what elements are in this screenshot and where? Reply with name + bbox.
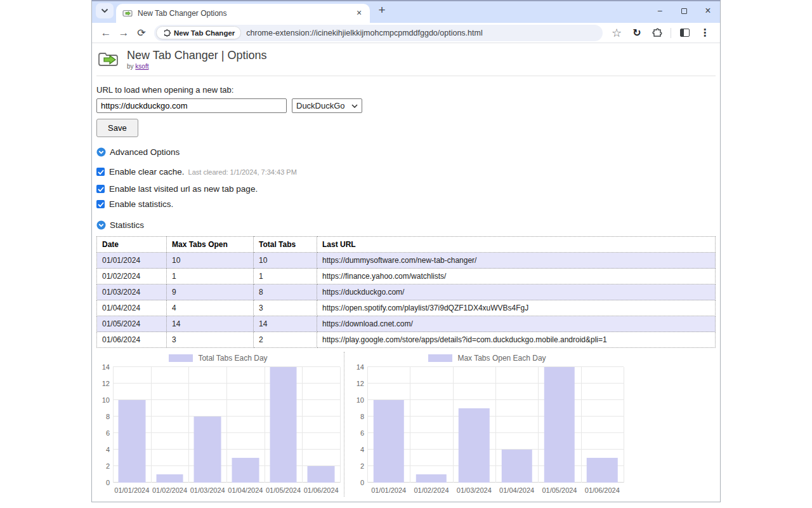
x-tick-label: 01/06/2024	[581, 486, 624, 494]
byline: by ksoft	[127, 63, 266, 70]
y-tick-label: 6	[106, 429, 110, 437]
chart-legend: Max Tabs Open Each Day	[351, 353, 624, 363]
advanced-options-toggle[interactable]: Advanced Options	[96, 147, 716, 157]
gridline	[410, 367, 410, 483]
gridline	[151, 367, 152, 483]
new-tab-button[interactable]: +	[374, 3, 390, 19]
extensions-icon[interactable]	[649, 25, 665, 41]
clear-cache-checkbox[interactable]	[96, 168, 105, 176]
table-cell: 10	[167, 253, 254, 269]
y-tick-label: 12	[102, 380, 110, 387]
x-tick-label: 01/06/2024	[302, 486, 340, 494]
puzzle-icon	[652, 28, 662, 38]
bar	[194, 417, 221, 483]
url-input[interactable]	[96, 98, 287, 113]
preset-select[interactable]: DuckDuckGo	[292, 98, 362, 113]
menu-kebab-icon[interactable]: ⋮	[697, 25, 713, 41]
minimize-button[interactable]: −	[648, 1, 672, 20]
header-divider	[96, 76, 716, 76]
gridline	[453, 367, 454, 483]
y-tick-label: 6	[360, 429, 364, 437]
browser-tab[interactable]: New Tab Changer Options ×	[116, 4, 370, 23]
legend-label: Total Tabs Each Day	[198, 354, 267, 363]
table-cell: 3	[254, 300, 317, 316]
statistics-toggle[interactable]: Statistics	[96, 220, 716, 230]
y-tick-label: 12	[357, 380, 364, 387]
table-row: 01/05/20241414https://download.cnet.com/	[97, 316, 716, 332]
legend-swatch	[428, 354, 452, 362]
y-tick-label: 0	[106, 479, 110, 486]
maximize-button[interactable]	[672, 1, 696, 20]
x-tick-label: 01/01/2024	[367, 486, 410, 494]
statistics-label: Statistics	[110, 220, 144, 230]
legend-label: Max Tabs Open Each Day	[457, 354, 546, 363]
table-cell: 14	[254, 316, 317, 332]
bookmark-star-icon[interactable]: ☆	[608, 25, 625, 41]
bar	[232, 458, 259, 483]
reload-button[interactable]: ⟳	[134, 25, 149, 41]
collapse-toggle-icon	[96, 220, 106, 230]
bar	[501, 450, 532, 483]
bar	[156, 474, 183, 483]
table-row: 01/03/202498https://duckduckgo.com/	[97, 284, 716, 300]
total-tabs-chart: Total Tabs Each Day 02468101214 01/01/20…	[96, 352, 344, 497]
tab-strip: New Tab Changer Options × + − ×	[92, 1, 720, 23]
browser-toolbar: ← → ⟳ New Tab Changer chrome-extension:/…	[92, 23, 720, 43]
page-title-wrap: New Tab Changer | Options by ksoft	[127, 49, 266, 70]
ksoft-link[interactable]: ksoft	[135, 63, 148, 70]
last-visited-checkbox[interactable]	[96, 185, 105, 193]
url-field-label: URL to load when opening a new tab:	[96, 85, 716, 95]
gridline	[302, 367, 303, 483]
clear-cache-row: Enable clear cache. Last cleared: 1/1/20…	[96, 167, 716, 177]
chart-body: 02468101214	[351, 367, 624, 483]
y-tick-label: 8	[360, 413, 364, 420]
last-visited-label: Enable last visited url as new tab page.	[109, 184, 258, 194]
side-panel-button[interactable]	[676, 25, 693, 41]
table-row: 01/01/20241010https://dummysoftware.com/…	[97, 253, 716, 269]
collapse-toggle-icon	[96, 147, 106, 157]
tab-search-button[interactable]	[96, 3, 114, 18]
check-icon	[98, 170, 104, 175]
extension-sync-icon[interactable]: ↻	[629, 25, 645, 41]
y-tick-label: 10	[102, 396, 110, 404]
save-button[interactable]: Save	[96, 119, 138, 137]
chart-x-labels: 01/01/202401/02/202401/03/202401/04/2024…	[113, 486, 340, 494]
y-tick-label: 8	[106, 413, 110, 420]
y-tick-label: 2	[106, 462, 110, 470]
statistics-table-head: Date Max Tabs Open Total Tabs Last URL	[97, 237, 716, 253]
table-cell: https://play.google.com/store/apps/detai…	[317, 332, 716, 348]
page-title: New Tab Changer | Options	[127, 49, 266, 62]
chart-y-labels: 02468101214	[351, 367, 367, 483]
extension-chip[interactable]: New Tab Changer	[156, 26, 241, 39]
table-cell: 14	[167, 316, 254, 332]
table-header-row: Date Max Tabs Open Total Tabs Last URL	[97, 237, 716, 253]
forward-button[interactable]: →	[116, 25, 131, 41]
y-tick-label: 14	[102, 363, 110, 371]
gridline	[340, 367, 341, 483]
x-tick-label: 01/05/2024	[538, 486, 580, 494]
table-cell: 01/01/2024	[97, 253, 167, 269]
byline-prefix: by	[127, 63, 135, 70]
extension-chip-label: New Tab Changer	[174, 29, 235, 37]
table-cell: https://finance.yahoo.com/watchlists/	[317, 269, 716, 284]
close-button[interactable]: ×	[696, 1, 720, 20]
advanced-options-label: Advanced Options	[110, 147, 180, 157]
back-button[interactable]: ←	[98, 25, 114, 41]
x-tick-label: 01/04/2024	[495, 486, 538, 494]
browser-window: New Tab Changer Options × + − × ← → ⟳ Ne…	[91, 0, 721, 502]
table-cell: 01/05/2024	[97, 316, 167, 332]
chart-legend: Total Tabs Each Day	[96, 353, 340, 363]
tab-close-icon[interactable]: ×	[353, 8, 365, 19]
table-cell: https://open.spotify.com/playlist/37i9dQ…	[317, 300, 716, 316]
table-cell: 4	[167, 300, 254, 316]
x-tick-label: 01/03/2024	[453, 486, 495, 494]
y-tick-label: 4	[360, 446, 364, 453]
x-tick-label: 01/01/2024	[113, 486, 151, 494]
y-tick-label: 4	[106, 446, 110, 453]
address-bar[interactable]: New Tab Changer chrome-extension://icine…	[154, 25, 603, 41]
bar	[459, 408, 489, 483]
table-cell: 01/02/2024	[97, 269, 167, 284]
y-tick-label: 10	[357, 396, 364, 404]
enable-statistics-checkbox[interactable]	[96, 200, 105, 208]
header-last-url: Last URL	[317, 237, 716, 253]
